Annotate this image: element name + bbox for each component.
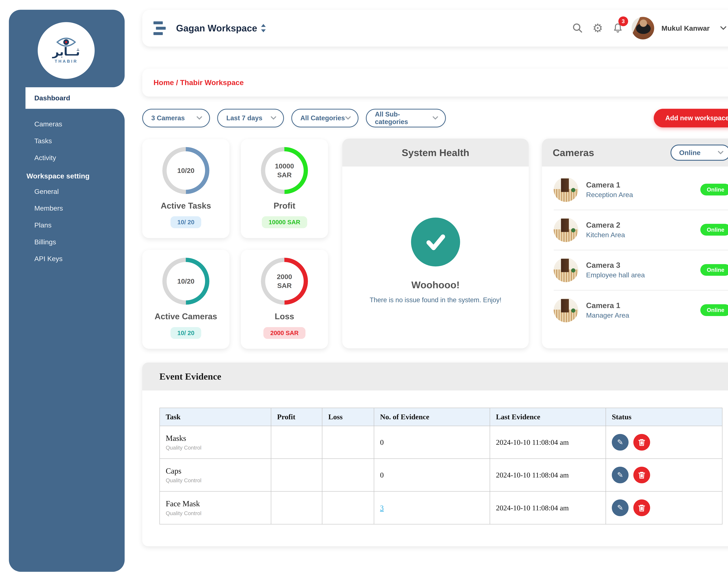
sidebar-logo-block: ثــابر THABIR <box>9 10 125 87</box>
ring-value: 10/20 <box>170 277 202 286</box>
table-row: Face Mask Quality Control 3 2024-10-10 1… <box>160 491 722 524</box>
event-evidence-panel: Event Evidence Task Profit Loss No. of E… <box>142 363 728 546</box>
sidebar: Cameras Tasks Activity Workspace setting… <box>9 109 125 572</box>
sidebar-item-api-keys[interactable]: API Keys <box>9 250 125 267</box>
column-header-last-evidence: Last Evidence <box>490 408 606 426</box>
logo-brand-name: THABIR <box>55 59 78 64</box>
stat-card-loss: 2000 SAR Loss 2000 SAR <box>241 250 328 349</box>
task-category: Quality Control <box>166 445 271 451</box>
add-new-workspace-button[interactable]: Add new workspace <box>654 109 728 127</box>
camera-list: Camera 1 Reception Area Online Camera 2 … <box>542 166 728 330</box>
sidebar-item-general[interactable]: General <box>9 183 125 200</box>
sidebar-item-members[interactable]: Members <box>9 200 125 217</box>
hamburger-menu-icon[interactable] <box>154 21 166 35</box>
stat-label: Profit <box>274 201 295 210</box>
profit-cell <box>271 459 322 491</box>
event-evidence-header: Event Evidence <box>142 363 728 390</box>
search-icon[interactable] <box>571 22 584 34</box>
delete-button[interactable] <box>633 434 650 451</box>
pencil-icon: ✎ <box>617 439 623 446</box>
panel-title: Cameras <box>553 147 594 158</box>
stat-badge: 10000 SAR <box>262 216 307 228</box>
health-headline: Woohooo! <box>342 279 529 290</box>
user-name[interactable]: Mukul Kanwar <box>661 24 710 32</box>
ring-value: 10000 SAR <box>269 161 300 180</box>
active-cameras-ring: 10/20 <box>162 258 209 305</box>
date-range-filter-dropdown[interactable]: Last 7 days <box>217 109 284 127</box>
breadcrumb[interactable]: Home / Thabir Workspace <box>154 78 244 87</box>
camera-list-item[interactable]: Camera 3 Employee hall area Online <box>542 250 728 290</box>
delete-button[interactable] <box>633 467 650 484</box>
sidebar-item-dashboard[interactable]: Dashboard <box>25 89 124 107</box>
brand-logo: ثــابر THABIR <box>38 22 95 79</box>
ring-value: 2000 SAR <box>269 272 300 290</box>
user-avatar[interactable] <box>631 17 654 40</box>
last-evidence-timestamp: 2024-10-10 11:08:04 am <box>490 426 606 458</box>
loss-cell <box>322 459 374 491</box>
panel-title: Event Evidence <box>160 371 221 382</box>
trash-icon <box>638 504 646 512</box>
edit-button[interactable]: ✎ <box>612 467 628 484</box>
camera-thumbnail <box>554 258 578 282</box>
stat-card-active-tasks: 10/20 Active Tasks 10/ 20 <box>142 139 230 238</box>
stat-label: Active Cameras <box>155 311 217 321</box>
edit-button[interactable]: ✎ <box>612 434 628 451</box>
notifications-bell-icon[interactable]: 3 <box>611 22 624 34</box>
evidence-count-link[interactable]: 3 <box>380 504 384 512</box>
camera-area: Kitchen Area <box>586 231 625 239</box>
column-header-profit: Profit <box>271 408 322 426</box>
sidebar-section-workspace-setting: Workspace setting <box>9 166 125 183</box>
sidebar-item-billings[interactable]: Billings <box>9 233 125 250</box>
system-health-panel: System Health Woohooo! There is no issue… <box>342 139 529 348</box>
user-menu-chevron-down-icon[interactable] <box>717 22 728 34</box>
table-row: Masks Quality Control 0 2024-10-10 11:08… <box>160 426 722 458</box>
stat-badge: 2000 SAR <box>263 327 305 339</box>
evidence-count: 0 <box>374 459 490 491</box>
chevron-down-icon <box>432 116 438 120</box>
task-name: Caps <box>166 467 271 476</box>
column-header-no-of-evidence: No. of Evidence <box>374 408 490 426</box>
camera-list-item[interactable]: Camera 1 Reception Area Online <box>542 169 728 210</box>
cameras-panel-header: Cameras Online <box>542 139 728 166</box>
chevron-down-icon <box>270 116 276 120</box>
notification-count-badge: 3 <box>618 16 628 26</box>
sidebar-item-activity[interactable]: Activity <box>9 149 125 166</box>
camera-status-badge: Online <box>700 304 728 316</box>
subcategories-filter-dropdown[interactable]: All Sub-categories <box>366 109 446 127</box>
column-header-loss: Loss <box>322 408 374 426</box>
camera-name: Camera 1 <box>586 181 633 189</box>
cameras-filter-dropdown[interactable]: 3 Cameras <box>142 109 210 127</box>
pencil-icon: ✎ <box>617 504 623 511</box>
delete-button[interactable] <box>633 499 650 516</box>
sidebar-item-tasks[interactable]: Tasks <box>9 133 125 149</box>
camera-status-filter-dropdown[interactable]: Online <box>670 145 728 161</box>
task-category: Quality Control <box>166 477 271 484</box>
camera-list-item[interactable]: Camera 2 Kitchen Area Online <box>542 210 728 250</box>
profit-ring: 10000 SAR <box>261 147 308 194</box>
sidebar-item-plans[interactable]: Plans <box>9 217 125 233</box>
sidebar-item-label: Dashboard <box>35 94 70 102</box>
camera-thumbnail <box>554 177 578 202</box>
last-evidence-timestamp: 2024-10-10 11:08:04 am <box>490 491 606 524</box>
profit-cell <box>271 491 322 524</box>
evidence-count: 0 <box>374 426 490 458</box>
loss-cell <box>322 426 374 458</box>
sidebar-item-cameras[interactable]: Cameras <box>9 116 125 133</box>
workspace-switcher-icon[interactable] <box>261 24 266 32</box>
dashboard-screen: ثــابر THABIR Dashboard Cameras Tasks Ac… <box>0 0 728 572</box>
task-name: Masks <box>166 434 271 443</box>
health-check-icon <box>411 218 460 267</box>
event-evidence-table: Task Profit Loss No. of Evidence Last Ev… <box>160 408 722 524</box>
workspace-title: Gagan Workspace <box>176 23 257 33</box>
camera-name: Camera 1 <box>586 301 629 310</box>
camera-list-item[interactable]: Camera 1 Manager Area Online <box>542 290 728 330</box>
camera-status-badge: Online <box>700 184 728 196</box>
camera-area: Employee hall area <box>586 271 645 279</box>
chevron-down-icon <box>345 116 351 120</box>
categories-filter-dropdown[interactable]: All Categories <box>291 109 358 127</box>
gear-icon[interactable]: ⚙ <box>591 22 604 34</box>
filter-row: 3 Cameras Last 7 days All Categories All… <box>142 109 728 127</box>
edit-button[interactable]: ✎ <box>612 499 628 516</box>
active-tasks-ring: 10/20 <box>162 147 209 194</box>
camera-area: Reception Area <box>586 191 633 199</box>
